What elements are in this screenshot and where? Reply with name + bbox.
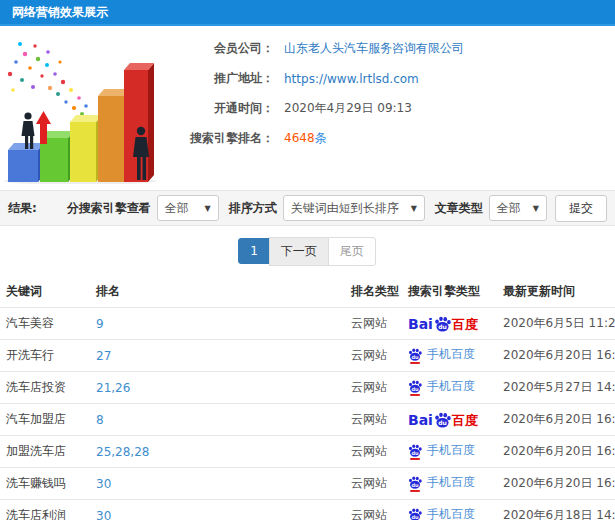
rank-cell[interactable]: 8	[90, 404, 345, 436]
baidu-logo: Baidu百度	[408, 316, 478, 331]
update-time-cell: 2020年6月20日 16:12	[497, 404, 615, 436]
keyword-cell: 汽车美容	[0, 308, 90, 340]
keyword-cell: 汽车加盟店	[0, 404, 90, 436]
open-time-label: 开通时间：	[162, 100, 274, 117]
filter-bar: 结果: 分搜索引擎查看 全部 ▼ 排序方式 关键词由短到长排序 ▼ 文章类型 全…	[0, 190, 615, 226]
svg-text:du: du	[411, 481, 419, 487]
rank-cell[interactable]: 30	[90, 468, 345, 500]
chevron-down-icon: ▼	[411, 204, 417, 213]
chevron-down-icon: ▼	[205, 204, 211, 213]
engine-filter-label: 分搜索引擎查看	[67, 200, 151, 217]
keyword-cell: 洗车店利润	[0, 500, 90, 520]
info-row-rank-count: 搜索引擎排名： 4648条	[162, 130, 464, 147]
rank-cell[interactable]: 25,28,28	[90, 436, 345, 468]
keyword-cell: 开洗车行	[0, 340, 90, 372]
engine-type-cell: du手机百度	[402, 372, 497, 404]
promo-illustration	[0, 32, 162, 184]
svg-text:du: du	[411, 385, 419, 391]
engine-select[interactable]: 全部 ▼	[157, 195, 219, 221]
article-type-select[interactable]: 全部 ▼	[489, 195, 547, 221]
open-time-value: 2020年4月29日 09:13	[284, 100, 412, 117]
pagination: 1下一页尾页	[0, 237, 615, 266]
update-time-cell: 2020年6月18日 14:27	[497, 500, 615, 520]
page-title: 网络营销效果展示	[12, 5, 108, 19]
update-time-cell: 2020年5月27日 14:58	[497, 372, 615, 404]
baidu-paw-icon: du	[408, 444, 422, 457]
rank-type-cell: 云网站	[345, 500, 402, 520]
baidu-paw-icon: du	[434, 316, 451, 332]
update-time-cell: 2020年6月5日 11:24	[497, 308, 615, 340]
update-time-cell: 2020年6月20日 16:12	[497, 468, 615, 500]
chevron-down-icon: ▼	[533, 204, 539, 213]
info-row-open-time: 开通时间： 2020年4月29日 09:13	[162, 100, 464, 117]
filter-controls: 分搜索引擎查看 全部 ▼ 排序方式 关键词由短到长排序 ▼ 文章类型 全部 ▼ …	[57, 195, 607, 222]
header-rank-type: 排名类型	[345, 276, 402, 308]
member-info: 会员公司： 山东老人头汽车服务咨询有限公司 推广地址： https://www.…	[162, 32, 464, 186]
confetti-dots-icon	[8, 42, 88, 116]
rank-type-cell: 云网站	[345, 340, 402, 372]
promo-url-link[interactable]: https://www.lrtlsd.com	[284, 72, 419, 86]
engine-type-cell: Baidu百度	[402, 404, 497, 436]
engine-type-cell: Baidu百度	[402, 308, 497, 340]
svg-text:du: du	[411, 449, 419, 455]
table-row: 汽车美容 9 云网站 Baidu百度 2020年6月5日 11:24	[0, 308, 615, 340]
page-1-button[interactable]: 1	[238, 238, 270, 264]
submit-button[interactable]: 提交	[555, 195, 607, 222]
rank-type-cell: 云网站	[345, 404, 402, 436]
table-row: 洗车赚钱吗 30 云网站 du手机百度 2020年6月20日 16:12	[0, 468, 615, 500]
svg-text:du: du	[411, 513, 419, 519]
header-update-time: 最新更新时间	[497, 276, 615, 308]
baidu-paw-icon: du	[408, 380, 422, 393]
engine-type-cell: du手机百度	[402, 468, 497, 500]
rank-cell[interactable]: 9	[90, 308, 345, 340]
sort-select-value: 关键词由短到长排序	[291, 200, 399, 217]
keyword-cell: 洗车店投资	[0, 372, 90, 404]
update-time-cell: 2020年6月20日 16:11	[497, 436, 615, 468]
company-link[interactable]: 山东老人头汽车服务咨询有限公司	[284, 40, 464, 57]
article-type-select-value: 全部	[497, 200, 521, 217]
last-page-button[interactable]: 尾页	[328, 237, 376, 266]
keyword-cell: 洗车赚钱吗	[0, 468, 90, 500]
rank-cell[interactable]: 27	[90, 340, 345, 372]
table-header-row: 关键词 排名 排名类型 搜索引擎类型 最新更新时间	[0, 276, 615, 308]
rank-type-cell: 云网站	[345, 468, 402, 500]
engine-select-value: 全部	[165, 200, 189, 217]
rank-count-unit: 条	[315, 131, 327, 145]
svg-text:du: du	[411, 353, 419, 359]
baidu-paw-icon: du	[408, 508, 422, 520]
engine-type-cell: du手机百度	[402, 340, 497, 372]
mobile-baidu-logo: du手机百度	[408, 508, 475, 520]
rank-cell[interactable]: 21,26	[90, 372, 345, 404]
mobile-baidu-logo: du手机百度	[408, 380, 475, 393]
info-row-company: 会员公司： 山东老人头汽车服务咨询有限公司	[162, 40, 464, 57]
engine-type-cell: du手机百度	[402, 500, 497, 520]
rank-cell[interactable]: 30	[90, 500, 345, 520]
header-keyword: 关键词	[0, 276, 90, 308]
rank-count-label: 搜索引擎排名：	[162, 130, 274, 147]
titlebar: 网络营销效果展示	[0, 0, 615, 26]
header-engine-type: 搜索引擎类型	[402, 276, 497, 308]
rank-count-number: 4648	[284, 131, 315, 145]
rank-type-cell: 云网站	[345, 436, 402, 468]
table-row: 汽车加盟店 8 云网站 Baidu百度 2020年6月20日 16:12	[0, 404, 615, 436]
url-label: 推广地址：	[162, 70, 274, 87]
bar-chart-art-icon	[0, 32, 162, 184]
mobile-baidu-logo: du手机百度	[408, 476, 475, 489]
article-type-label: 文章类型	[435, 200, 483, 217]
info-row-url: 推广地址： https://www.lrtlsd.com	[162, 70, 464, 87]
rank-type-cell: 云网站	[345, 308, 402, 340]
table-row: 洗车店利润 30 云网站 du手机百度 2020年6月18日 14:27	[0, 500, 615, 520]
table-row: 开洗车行 27 云网站 du手机百度 2020年6月20日 16:16	[0, 340, 615, 372]
result-label: 结果:	[8, 200, 37, 217]
svg-text:du: du	[438, 418, 447, 425]
sort-filter-label: 排序方式	[229, 200, 277, 217]
svg-text:du: du	[438, 322, 447, 329]
top-section: 会员公司： 山东老人头汽车服务咨询有限公司 推广地址： https://www.…	[0, 26, 615, 190]
mobile-baidu-logo: du手机百度	[408, 348, 475, 361]
next-page-button[interactable]: 下一页	[269, 237, 329, 266]
rank-count-value: 4648条	[284, 130, 327, 147]
rank-type-cell: 云网站	[345, 372, 402, 404]
baidu-paw-icon: du	[408, 348, 422, 361]
sort-select[interactable]: 关键词由短到长排序 ▼	[283, 195, 425, 221]
company-label: 会员公司：	[162, 40, 274, 57]
